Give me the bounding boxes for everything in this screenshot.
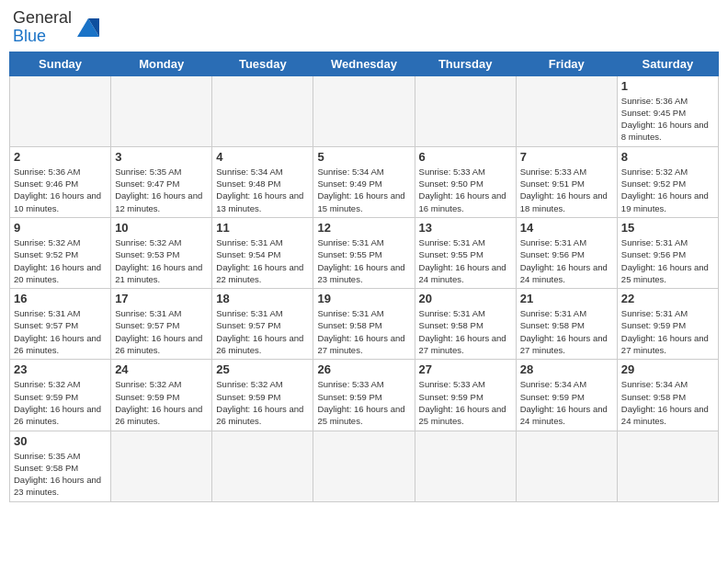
day-number: 20 [419, 292, 512, 305]
day-info: Sunrise: 5:33 AM Sunset: 9:51 PM Dayligh… [520, 166, 613, 214]
day-number: 12 [317, 221, 410, 235]
weekday-header-friday: Friday [516, 52, 617, 75]
day-info: Sunrise: 5:31 AM Sunset: 9:57 PM Dayligh… [14, 307, 107, 356]
day-number: 4 [216, 150, 309, 164]
day-number: 18 [216, 292, 309, 305]
calendar-cell-18: 13Sunrise: 5:31 AM Sunset: 9:55 PM Dayli… [415, 217, 516, 288]
day-number: 22 [621, 292, 714, 305]
calendar-cell-35: 30Sunrise: 5:35 AM Sunset: 9:58 PM Dayli… [10, 431, 111, 501]
day-number: 8 [621, 150, 714, 164]
calendar-cell-13: 8Sunrise: 5:32 AM Sunset: 9:52 PM Daylig… [617, 146, 718, 217]
calendar-cell-2 [212, 75, 313, 146]
weekday-header-sunday: Sunday [10, 52, 111, 75]
weekday-header-thursday: Thursday [415, 52, 516, 75]
day-number: 27 [419, 362, 512, 376]
day-number: 3 [115, 150, 208, 164]
calendar-cell-12: 7Sunrise: 5:33 AM Sunset: 9:51 PM Daylig… [516, 146, 617, 217]
day-info: Sunrise: 5:31 AM Sunset: 9:55 PM Dayligh… [419, 236, 512, 285]
day-info: Sunrise: 5:31 AM Sunset: 9:57 PM Dayligh… [115, 307, 208, 356]
calendar-cell-23: 18Sunrise: 5:31 AM Sunset: 9:57 PM Dayli… [212, 289, 313, 360]
day-number: 5 [317, 150, 410, 164]
calendar-cell-21: 16Sunrise: 5:31 AM Sunset: 9:57 PM Dayli… [10, 289, 111, 360]
day-info: Sunrise: 5:36 AM Sunset: 9:46 PM Dayligh… [14, 166, 107, 214]
day-number: 13 [419, 221, 512, 235]
calendar-cell-10: 5Sunrise: 5:34 AM Sunset: 9:49 PM Daylig… [313, 146, 415, 217]
calendar-cell-8: 3Sunrise: 5:35 AM Sunset: 9:47 PM Daylig… [111, 146, 212, 217]
day-info: Sunrise: 5:31 AM Sunset: 9:54 PM Dayligh… [216, 236, 309, 285]
calendar-row-2: 9Sunrise: 5:32 AM Sunset: 9:52 PM Daylig… [10, 217, 719, 288]
day-info: Sunrise: 5:32 AM Sunset: 9:59 PM Dayligh… [115, 378, 208, 427]
calendar-cell-19: 14Sunrise: 5:31 AM Sunset: 9:56 PM Dayli… [516, 217, 617, 288]
day-info: Sunrise: 5:31 AM Sunset: 9:59 PM Dayligh… [621, 307, 714, 356]
day-number: 17 [115, 292, 208, 305]
day-number: 10 [115, 221, 208, 235]
day-info: Sunrise: 5:34 AM Sunset: 9:59 PM Dayligh… [520, 378, 613, 427]
calendar-row-0: 1Sunrise: 5:36 AM Sunset: 9:45 PM Daylig… [10, 75, 719, 146]
logo-wordmark: General Blue [13, 9, 72, 46]
logo-general: General [13, 8, 72, 27]
weekday-header-saturday: Saturday [617, 52, 718, 75]
day-info: Sunrise: 5:31 AM Sunset: 9:56 PM Dayligh… [621, 236, 714, 285]
calendar-cell-28: 23Sunrise: 5:32 AM Sunset: 9:59 PM Dayli… [10, 360, 111, 431]
day-info: Sunrise: 5:31 AM Sunset: 9:58 PM Dayligh… [317, 307, 410, 356]
calendar-cell-39 [415, 431, 516, 501]
day-info: Sunrise: 5:33 AM Sunset: 9:59 PM Dayligh… [419, 378, 512, 427]
calendar-cell-41 [617, 431, 718, 501]
calendar-cell-3 [313, 75, 415, 146]
day-info: Sunrise: 5:33 AM Sunset: 9:59 PM Dayligh… [317, 378, 410, 427]
day-info: Sunrise: 5:32 AM Sunset: 9:59 PM Dayligh… [216, 378, 309, 427]
calendar-cell-22: 17Sunrise: 5:31 AM Sunset: 9:57 PM Dayli… [111, 289, 212, 360]
day-number: 28 [520, 362, 613, 376]
logo: General Blue [13, 9, 103, 46]
day-number: 29 [621, 362, 714, 376]
day-number: 9 [14, 221, 107, 235]
calendar-cell-27: 22Sunrise: 5:31 AM Sunset: 9:59 PM Dayli… [617, 289, 718, 360]
calendar-cell-34: 29Sunrise: 5:34 AM Sunset: 9:58 PM Dayli… [617, 360, 718, 431]
calendar-table: SundayMondayTuesdayWednesdayThursdayFrid… [9, 52, 719, 502]
calendar-row-4: 23Sunrise: 5:32 AM Sunset: 9:59 PM Dayli… [10, 360, 719, 431]
day-info: Sunrise: 5:32 AM Sunset: 9:52 PM Dayligh… [14, 236, 107, 285]
calendar-row-3: 16Sunrise: 5:31 AM Sunset: 9:57 PM Dayli… [10, 289, 719, 360]
day-info: Sunrise: 5:35 AM Sunset: 9:58 PM Dayligh… [14, 450, 107, 499]
day-number: 26 [317, 362, 410, 376]
day-info: Sunrise: 5:32 AM Sunset: 9:59 PM Dayligh… [14, 378, 107, 427]
day-number: 30 [14, 434, 107, 448]
calendar-cell-4 [415, 75, 516, 146]
day-info: Sunrise: 5:34 AM Sunset: 9:48 PM Dayligh… [216, 166, 309, 214]
day-info: Sunrise: 5:31 AM Sunset: 9:55 PM Dayligh… [317, 236, 410, 285]
calendar-cell-7: 2Sunrise: 5:36 AM Sunset: 9:46 PM Daylig… [10, 146, 111, 217]
calendar-cell-38 [313, 431, 415, 501]
weekday-header-row: SundayMondayTuesdayWednesdayThursdayFrid… [10, 52, 719, 75]
logo-icon [74, 15, 103, 40]
day-number: 11 [216, 221, 309, 235]
day-info: Sunrise: 5:34 AM Sunset: 9:58 PM Dayligh… [621, 378, 714, 427]
calendar-cell-29: 24Sunrise: 5:32 AM Sunset: 9:59 PM Dayli… [111, 360, 212, 431]
day-number: 7 [520, 150, 613, 164]
weekday-header-tuesday: Tuesday [212, 52, 313, 75]
day-info: Sunrise: 5:34 AM Sunset: 9:49 PM Dayligh… [317, 166, 410, 214]
calendar-cell-15: 10Sunrise: 5:32 AM Sunset: 9:53 PM Dayli… [111, 217, 212, 288]
weekday-header-wednesday: Wednesday [313, 52, 415, 75]
calendar-cell-40 [516, 431, 617, 501]
calendar-cell-1 [111, 75, 212, 146]
day-info: Sunrise: 5:35 AM Sunset: 9:47 PM Dayligh… [115, 166, 208, 214]
calendar-cell-24: 19Sunrise: 5:31 AM Sunset: 9:58 PM Dayli… [313, 289, 415, 360]
day-number: 16 [14, 292, 107, 305]
calendar-cell-9: 4Sunrise: 5:34 AM Sunset: 9:48 PM Daylig… [212, 146, 313, 217]
day-number: 14 [520, 221, 613, 235]
header-area: General Blue [9, 9, 719, 46]
calendar-cell-33: 28Sunrise: 5:34 AM Sunset: 9:59 PM Dayli… [516, 360, 617, 431]
day-number: 19 [317, 292, 410, 305]
calendar-row-5: 30Sunrise: 5:35 AM Sunset: 9:58 PM Dayli… [10, 431, 719, 501]
day-info: Sunrise: 5:31 AM Sunset: 9:58 PM Dayligh… [419, 307, 512, 356]
calendar-cell-14: 9Sunrise: 5:32 AM Sunset: 9:52 PM Daylig… [10, 217, 111, 288]
day-info: Sunrise: 5:31 AM Sunset: 9:58 PM Dayligh… [520, 307, 613, 356]
calendar-cell-20: 15Sunrise: 5:31 AM Sunset: 9:56 PM Dayli… [617, 217, 718, 288]
calendar-cell-37 [212, 431, 313, 501]
day-number: 23 [14, 362, 107, 376]
day-info: Sunrise: 5:32 AM Sunset: 9:53 PM Dayligh… [115, 236, 208, 285]
calendar-cell-25: 20Sunrise: 5:31 AM Sunset: 9:58 PM Dayli… [415, 289, 516, 360]
day-number: 2 [14, 150, 107, 164]
calendar-cell-36 [111, 431, 212, 501]
calendar-cell-0 [10, 75, 111, 146]
